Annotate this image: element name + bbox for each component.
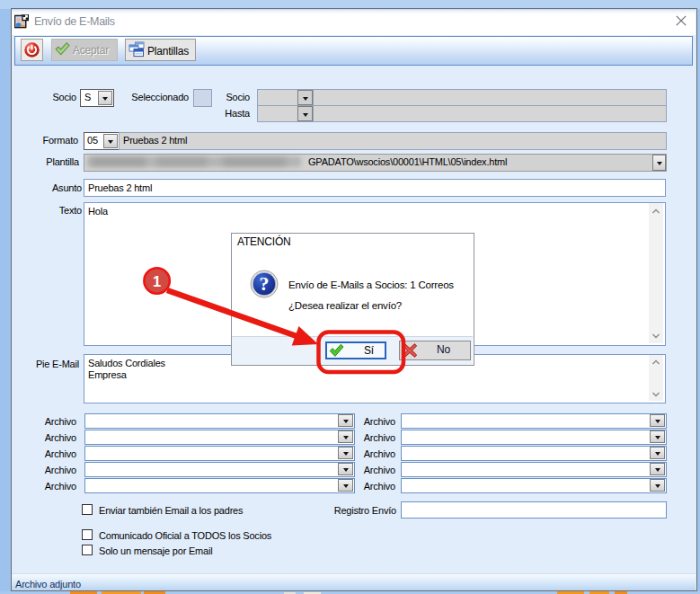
svg-text:?: ?: [260, 272, 270, 295]
